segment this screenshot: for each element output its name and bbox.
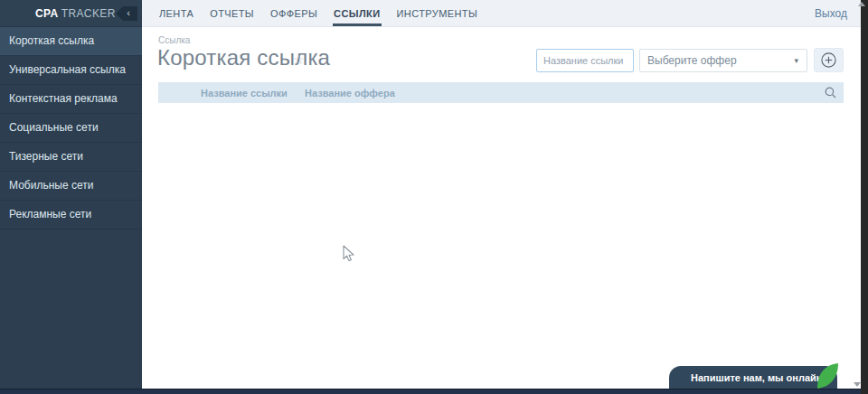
offer-select[interactable]: Выберите оффер ▾ bbox=[639, 49, 807, 72]
offer-select-value: Выберите оффер bbox=[647, 54, 737, 67]
add-link-button[interactable] bbox=[814, 48, 844, 72]
plus-circle-icon bbox=[821, 52, 836, 68]
chat-message: Напишите нам, мы онлайн! bbox=[691, 372, 826, 383]
chevron-left-icon: ‹ bbox=[127, 8, 130, 18]
sidebar-item-mobile-networks[interactable]: Мобильные сети bbox=[0, 172, 142, 201]
topbar: ЛЕНТА ОТЧЕТЫ ОФФЕРЫ ССЫЛКИ ИНСТРУМЕНТЫ В… bbox=[142, 0, 861, 27]
logout-link[interactable]: Выход bbox=[815, 0, 861, 26]
logo-suffix: TRACKER bbox=[61, 7, 116, 20]
tab-reports[interactable]: ОТЧЕТЫ bbox=[202, 0, 262, 26]
sidebar-header: CPATRACKER ‹ bbox=[0, 0, 142, 27]
link-name-input[interactable] bbox=[536, 49, 634, 72]
window-bottom-edge bbox=[0, 389, 868, 394]
sidebar-item-teaser-networks[interactable]: Тизерные сети bbox=[0, 143, 142, 172]
column-header-link-name[interactable]: Название ссылки bbox=[201, 88, 305, 98]
table-header-row: Название ссылки Название оффера bbox=[158, 82, 844, 103]
main-tabs: ЛЕНТА ОТЧЕТЫ ОФФЕРЫ ССЫЛКИ ИНСТРУМЕНТЫ bbox=[142, 0, 486, 26]
tab-tools[interactable]: ИНСТРУМЕНТЫ bbox=[389, 0, 486, 26]
logo-brand: CPA bbox=[35, 7, 59, 20]
tab-links[interactable]: ССЫЛКИ bbox=[326, 0, 388, 26]
search-icon bbox=[825, 87, 836, 98]
sidebar-item-short-link[interactable]: Короткая ссылка bbox=[0, 27, 142, 56]
sidebar-item-social-networks[interactable]: Социальные сети bbox=[0, 114, 142, 143]
app-logo: CPATRACKER bbox=[35, 7, 116, 20]
jivo-chat-widget[interactable]: Напишите нам, мы онлайн! jivo bbox=[669, 366, 837, 389]
column-header-offer-name[interactable]: Название оффера bbox=[305, 88, 395, 98]
sidebar-collapse-button[interactable]: ‹ bbox=[116, 6, 137, 21]
tab-lenta[interactable]: ЛЕНТА bbox=[151, 0, 202, 26]
sidebar: CPATRACKER ‹ Короткая ссылка Универсальн… bbox=[0, 0, 142, 389]
sidebar-item-ad-networks[interactable]: Рекламные сети bbox=[0, 201, 142, 230]
main-content: Ссылка Короткая ссылка ☆ Выберите оффер … bbox=[142, 27, 861, 389]
chevron-down-icon: ▾ bbox=[794, 50, 798, 71]
sidebar-item-context-ads[interactable]: Контекстная реклама bbox=[0, 85, 142, 114]
vertical-scrollbar[interactable] bbox=[861, 0, 868, 394]
scrollbar-down-arrow-icon[interactable] bbox=[854, 382, 861, 387]
favorite-star-icon[interactable]: ☆ bbox=[293, 52, 305, 67]
tab-offers[interactable]: ОФФЕРЫ bbox=[262, 0, 326, 26]
scrollbar-up-arrow-icon[interactable] bbox=[858, 2, 865, 6]
breadcrumb: Ссылка bbox=[158, 35, 190, 45]
sidebar-item-universal-link[interactable]: Универсальная ссылка bbox=[0, 56, 142, 85]
table-search-button[interactable] bbox=[825, 87, 836, 98]
